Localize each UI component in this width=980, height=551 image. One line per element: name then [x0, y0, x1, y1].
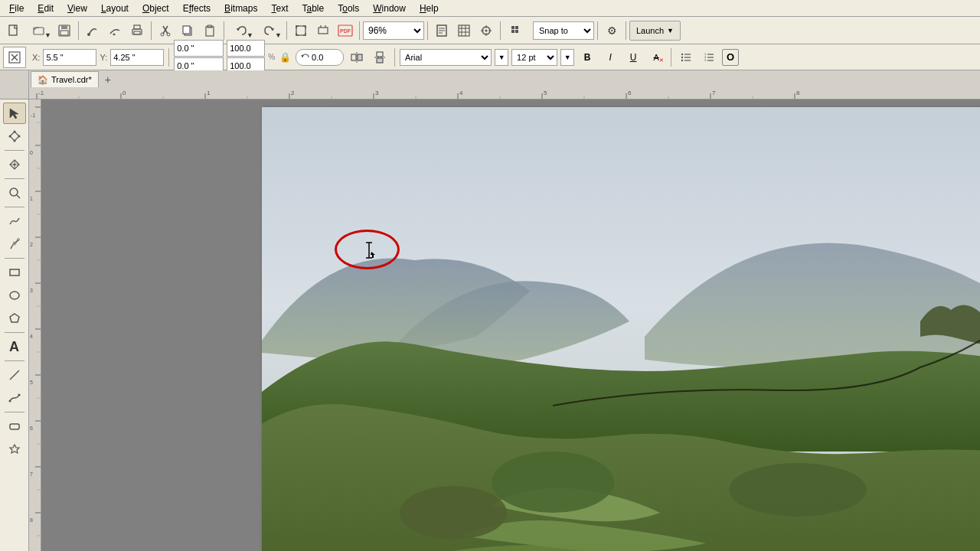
print-button[interactable]: [126, 20, 148, 41]
connector-tool-button[interactable]: [3, 387, 26, 409]
svg-point-51: [681, 56, 683, 57]
zoom-tool-button[interactable]: [3, 182, 26, 204]
sep-font: [394, 48, 395, 67]
svg-text:4: 4: [459, 90, 463, 96]
font-select[interactable]: ArialTimes New RomanVerdana: [400, 49, 492, 66]
numbered-list-button[interactable]: 1.2.3.: [699, 49, 719, 66]
smart-draw-button[interactable]: [82, 20, 103, 41]
grid-button[interactable]: [453, 20, 475, 41]
menu-text[interactable]: Text: [265, 2, 294, 15]
percent-label: %: [268, 53, 275, 61]
rect-tool-button[interactable]: [3, 262, 26, 283]
snap-select[interactable]: Snap to: [533, 21, 594, 40]
menu-object[interactable]: Object: [136, 2, 175, 15]
undo-button[interactable]: ▼: [227, 20, 255, 41]
menu-effects[interactable]: Effects: [177, 2, 217, 15]
file-buttons: ▼: [3, 20, 75, 41]
zoom-select[interactable]: 96%100%75%50%: [363, 21, 424, 40]
menu-file[interactable]: File: [3, 2, 30, 15]
rect2-tool-button[interactable]: [3, 416, 26, 437]
menu-tools[interactable]: Tools: [332, 2, 365, 15]
bold-button[interactable]: B: [577, 49, 597, 66]
menu-view[interactable]: View: [61, 2, 93, 15]
launch-label: Launch: [636, 26, 664, 35]
ellipse-tool-button[interactable]: [3, 285, 26, 306]
menu-window[interactable]: Window: [367, 2, 412, 15]
open-button[interactable]: ▼: [25, 20, 53, 41]
x-input[interactable]: [43, 49, 96, 66]
italic-button[interactable]: I: [600, 49, 620, 66]
pdf-button[interactable]: PDF: [335, 20, 356, 41]
fit-width-button[interactable]: [312, 20, 334, 41]
cut-button[interactable]: [155, 20, 176, 41]
size-dropdown-button[interactable]: ▼: [560, 49, 574, 66]
new-button[interactable]: [3, 20, 24, 41]
mirror-h-button[interactable]: [347, 49, 367, 66]
menu-table[interactable]: Table: [296, 2, 330, 15]
settings-button[interactable]: ⚙: [601, 20, 622, 41]
polygon-tool-button[interactable]: [3, 308, 26, 329]
clipboard-buttons: [155, 20, 220, 41]
lock-icon[interactable]: 🔒: [279, 52, 291, 63]
menu-edit[interactable]: Edit: [31, 2, 60, 15]
tab-home-icon: 🏠: [38, 75, 48, 85]
svg-rect-38: [511, 30, 514, 33]
view-options-button[interactable]: [504, 20, 528, 41]
sep-align: [671, 48, 671, 67]
scale-x-input[interactable]: [227, 40, 265, 57]
y-input[interactable]: [110, 49, 164, 66]
tool-sep-1: [5, 150, 24, 151]
undo-buttons: ▼ ▼: [227, 20, 283, 41]
svg-rect-0: [9, 25, 17, 35]
copy-button[interactable]: [177, 20, 198, 41]
menu-bitmaps[interactable]: Bitmaps: [218, 2, 263, 15]
menubar: File Edit View Layout Object Effects Bit…: [0, 0, 980, 17]
width-input[interactable]: [174, 40, 224, 57]
node-tool-button[interactable]: [3, 126, 26, 147]
star-tool-button[interactable]: [3, 439, 26, 460]
svg-rect-102: [10, 269, 19, 276]
transform-tool-button[interactable]: [3, 154, 26, 175]
mirror-v-button[interactable]: [370, 49, 390, 66]
sep3: [224, 21, 224, 40]
svg-line-99: [17, 195, 20, 198]
svg-text:-1: -1: [38, 90, 44, 96]
tab-travel[interactable]: 🏠 Travel.cdr*: [31, 71, 99, 87]
view-buttons: PDF: [290, 20, 356, 41]
menu-help[interactable]: Help: [413, 2, 445, 15]
pen-tool-button[interactable]: [3, 233, 26, 255]
svg-rect-15: [296, 26, 305, 35]
rotation-input[interactable]: [312, 53, 338, 62]
strikethrough-button[interactable]: A ✕: [646, 49, 666, 66]
rotation-group: [296, 49, 344, 66]
menu-layout[interactable]: Layout: [95, 2, 135, 15]
font-dropdown-button[interactable]: ▼: [495, 49, 508, 66]
line-tool-button[interactable]: [3, 364, 26, 386]
font-size-select[interactable]: 12 pt8 pt10 pt14 pt18 pt24 pt: [511, 49, 557, 66]
tab-label: Travel.cdr*: [51, 75, 92, 84]
page-view-button[interactable]: [431, 20, 452, 41]
bullet-list-button[interactable]: [676, 49, 696, 66]
paste-button[interactable]: [199, 20, 220, 41]
selector-tool-button[interactable]: [3, 103, 26, 124]
svg-text:2: 2: [30, 242, 33, 247]
svg-point-97: [13, 164, 15, 166]
launch-button[interactable]: Launch ▼: [629, 21, 681, 41]
underline-button[interactable]: U: [623, 49, 643, 66]
landscape-image: [262, 107, 980, 551]
snap-button[interactable]: [475, 20, 497, 41]
text-style-button[interactable]: O: [722, 49, 739, 66]
tab-add-button[interactable]: +: [100, 71, 116, 87]
fit-page-button[interactable]: [290, 20, 312, 41]
svg-text:3: 3: [375, 90, 379, 96]
left-toolbar: A: [0, 99, 29, 551]
svg-rect-47: [377, 58, 383, 63]
freehand-tool-button[interactable]: [3, 210, 26, 232]
svg-point-98: [10, 188, 18, 196]
svg-text:PDF: PDF: [340, 28, 351, 34]
smooth-button[interactable]: [104, 20, 126, 41]
svg-text:7: 7: [30, 471, 33, 477]
redo-button[interactable]: ▼: [256, 20, 283, 41]
text-tool-button[interactable]: A: [3, 336, 26, 357]
save-button[interactable]: [54, 20, 75, 41]
